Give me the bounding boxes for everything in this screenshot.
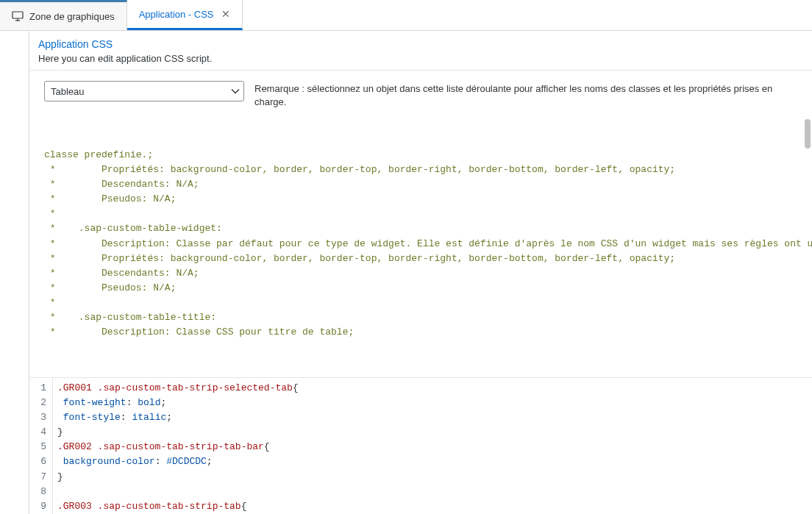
doc-line: *: [44, 296, 803, 310]
tab-application-css[interactable]: Application - CSS ✕: [127, 0, 243, 30]
line-number: 3: [29, 410, 48, 425]
code-content[interactable]: .GR001 .sap-custom-tab-strip-selected-ta…: [53, 378, 812, 514]
code-line: font-style: italic;: [57, 410, 812, 425]
panel-header: Application CSS Here you can edit applic…: [29, 31, 812, 71]
monitor-icon: [12, 11, 24, 21]
dropdown-row: Tableau Remarque : sélectionnez un objet…: [29, 71, 812, 115]
object-select[interactable]: Tableau: [44, 81, 244, 101]
panel-subtitle: Here you can edit application CSS script…: [38, 53, 803, 64]
doc-line: * Propriétés: background-color, border, …: [44, 163, 803, 177]
line-number: 2: [29, 396, 48, 410]
code-line: }: [57, 425, 812, 440]
doc-line: * .sap-custom-table-title:: [44, 310, 803, 325]
code-line: .GR001 .sap-custom-tab-strip-selected-ta…: [57, 381, 812, 396]
line-number: 1: [29, 381, 48, 396]
line-number: 8: [29, 485, 48, 499]
close-icon[interactable]: ✕: [221, 8, 230, 20]
css-code-editor[interactable]: 12345678910111213 .GR001 .sap-custom-tab…: [29, 378, 812, 514]
code-line: .GR003 .sap-custom-tab-strip-tab{: [57, 499, 812, 514]
line-gutter: 12345678910111213: [29, 378, 53, 514]
scrollbar-thumb[interactable]: [805, 119, 811, 149]
doc-line: * Description: Classe par défaut pour ce…: [44, 237, 803, 251]
code-line: font-weight: bold;: [57, 396, 812, 410]
doc-line: *: [44, 207, 803, 221]
doc-line: * Propriétés: background-color, border, …: [44, 251, 803, 266]
panel-title: Application CSS: [38, 38, 803, 50]
code-line: [57, 485, 812, 499]
main-panel: Application CSS Here you can edit applic…: [29, 31, 812, 514]
line-number: 9: [29, 499, 48, 514]
code-line: .GR002 .sap-custom-tab-strip-tab-bar{: [57, 440, 812, 454]
documentation-block: classe predefinie.; * Propriétés: backgr…: [29, 115, 812, 377]
select-display[interactable]: Tableau: [44, 81, 244, 101]
doc-line: * Descendants: N/A;: [44, 177, 803, 192]
left-sidebar-gap: [0, 31, 29, 514]
tab-label: Application - CSS: [139, 9, 214, 20]
doc-line: * Pseudos: N/A;: [44, 192, 803, 207]
tabs-bar: Zone de graphiques Application - CSS ✕: [0, 0, 812, 31]
code-line: }: [57, 470, 812, 485]
doc-line: classe predefinie.;: [44, 148, 803, 163]
line-number: 7: [29, 470, 48, 485]
content-area: Application CSS Here you can edit applic…: [0, 31, 812, 514]
doc-line: * Descendants: N/A;: [44, 266, 803, 281]
tab-label: Zone de graphiques: [29, 11, 115, 22]
doc-line: * Description: Classe CSS pour titre de …: [44, 325, 803, 340]
svg-rect-0: [13, 12, 23, 18]
remark-text: Remarque : sélectionnez un objet dans ce…: [254, 81, 803, 109]
doc-line: * .sap-custom-table-widget:: [44, 221, 803, 236]
line-number: 4: [29, 425, 48, 440]
code-line: background-color: #DCDCDC;: [57, 454, 812, 469]
tab-graphics-zone[interactable]: Zone de graphiques: [0, 0, 127, 30]
select-value: Tableau: [51, 86, 85, 97]
doc-line: * Pseudos: N/A;: [44, 281, 803, 296]
line-number: 5: [29, 440, 48, 454]
line-number: 6: [29, 454, 48, 469]
